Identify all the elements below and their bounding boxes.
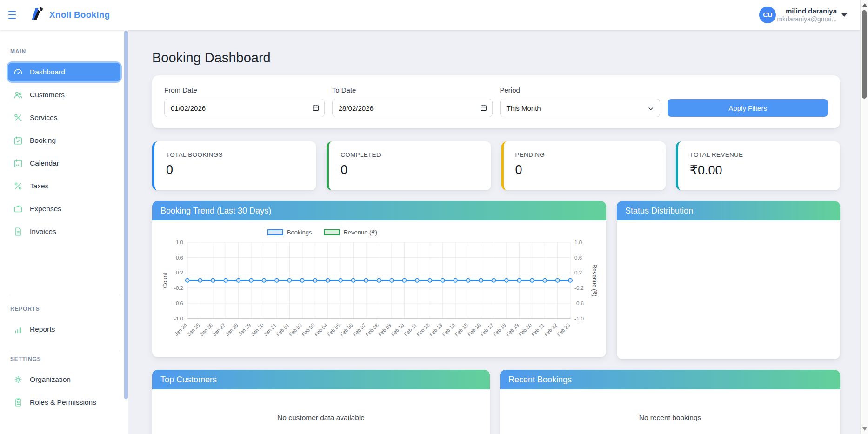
sidebar-item-calendar[interactable]: Calendar (7, 153, 122, 174)
user-email: mkdaraniya@gmai... (777, 15, 837, 23)
svg-text:Feb 09: Feb 09 (377, 322, 393, 338)
sidebar-item-organization[interactable]: Organization (7, 369, 122, 390)
status-distribution-panel: Status Distribution (617, 201, 840, 359)
legend-item[interactable]: Revenue (₹) (324, 229, 377, 236)
svg-text:Feb 19: Feb 19 (505, 322, 520, 338)
period-selected-value: This Month (507, 104, 541, 112)
stat-value: 0 (341, 163, 479, 177)
svg-text:Feb 15: Feb 15 (454, 322, 469, 338)
sidebar-item-label: Services (30, 114, 57, 122)
sidebar-item-label: Dashboard (30, 68, 65, 76)
sidebar-item-taxes[interactable]: Taxes (7, 175, 122, 197)
brand-name: Xnoll Booking (49, 10, 110, 20)
sidebar-item-reports[interactable]: Reports (7, 319, 122, 340)
sidebar-section-main: MAIN (10, 48, 128, 55)
wallet-icon (13, 204, 23, 214)
recent-bookings-empty-text: No recent bookings (500, 389, 840, 434)
svg-text:-0.2: -0.2 (574, 285, 584, 291)
svg-text:1.0: 1.0 (176, 240, 183, 245)
page-title: Booking Dashboard (152, 50, 840, 66)
sidebar-item-dashboard[interactable]: Dashboard (7, 61, 122, 83)
sidebar-section-settings: SETTINGS (10, 356, 128, 362)
stat-card-total-bookings: TOTAL BOOKINGS 0 (152, 141, 316, 190)
calendar-picker-icon[interactable] (480, 104, 487, 112)
calendar-picker-icon[interactable] (312, 104, 320, 112)
svg-text:Feb 04: Feb 04 (314, 322, 329, 338)
line-chart: 1.00.60.2-0.2-0.6-1.01.00.60.2-0.2-0.6-1… (161, 238, 597, 348)
top-customers-title: Top Customers (152, 370, 490, 389)
svg-text:Feb 22: Feb 22 (543, 322, 558, 338)
apply-filters-button[interactable]: Apply Filters (668, 99, 828, 117)
to-date-input[interactable] (332, 99, 493, 117)
booking-trend-title: Booking Trend (Last 30 Days) (152, 201, 606, 220)
sidebar-item-booking[interactable]: Booking (7, 130, 122, 151)
svg-text:Revenue (₹): Revenue (₹) (591, 264, 597, 297)
svg-text:Feb 08: Feb 08 (364, 322, 380, 338)
svg-text:Count: Count (162, 273, 168, 288)
legend-item[interactable]: Bookings (267, 229, 312, 236)
sidebar-item-expenses[interactable]: Expenses (7, 198, 122, 220)
svg-text:Jan 28: Jan 28 (224, 322, 239, 337)
stat-label: COMPLETED (341, 151, 479, 158)
from-date-label: From Date (164, 86, 325, 94)
charts-row: Booking Trend (Last 30 Days) BookingsRev… (152, 201, 840, 359)
svg-text:Feb 11: Feb 11 (403, 322, 418, 337)
hamburger-menu-icon[interactable] (8, 11, 19, 19)
scrollbar-up-arrow[interactable] (862, 3, 867, 7)
from-date-input[interactable] (164, 99, 325, 117)
recent-bookings-panel: Recent Bookings No recent bookings (500, 370, 840, 434)
svg-text:Jan 31: Jan 31 (263, 322, 278, 337)
sidebar-item-label: Customers (30, 91, 65, 99)
app-logo[interactable]: Xnoll Booking (29, 6, 110, 24)
svg-text:Feb 16: Feb 16 (467, 322, 482, 338)
svg-text:Jan 27: Jan 27 (212, 322, 227, 337)
user-text: milind daraniya mkdaraniya@gmai... (777, 7, 837, 23)
svg-text:Jan 29: Jan 29 (237, 322, 252, 337)
recent-bookings-title: Recent Bookings (500, 370, 840, 389)
sidebar-item-label: Calendar (30, 159, 59, 167)
sidebar-item-label: Taxes (30, 182, 49, 190)
svg-text:Jan 26: Jan 26 (199, 322, 214, 337)
user-menu[interactable]: CU milind daraniya mkdaraniya@gmai... (759, 7, 847, 23)
scrollbar-thumb[interactable] (862, 10, 867, 99)
svg-text:Feb 06: Feb 06 (339, 322, 354, 338)
stat-label: TOTAL BOOKINGS (166, 151, 305, 158)
app-root: Xnoll Booking CU milind daraniya mkdaran… (0, 0, 868, 434)
booking-trend-chart: BookingsRevenue (₹) 1.00.60.2-0.2-0.6-1.… (152, 220, 606, 357)
legend-label: Revenue (₹) (343, 229, 377, 236)
sidebar-item-invoices[interactable]: Invoices (7, 221, 122, 242)
calendar-icon (13, 158, 23, 168)
sidebar-scrollbar-thumb[interactable] (124, 31, 128, 399)
top-customers-panel: Top Customers No customer data available (152, 370, 490, 434)
users-icon (13, 90, 23, 100)
sidebar-item-roles-permissions[interactable]: Roles & Permissions (7, 392, 122, 413)
svg-text:Feb 17: Feb 17 (479, 322, 494, 338)
svg-text:-0.6: -0.6 (174, 300, 183, 306)
stat-card-total-revenue: TOTAL REVENUE ₹0.00 (676, 141, 840, 190)
svg-text:Feb 12: Feb 12 (415, 322, 431, 338)
svg-text:-0.6: -0.6 (574, 300, 584, 306)
main-content: Booking Dashboard From Date To Date (128, 30, 860, 434)
logo-icon (29, 6, 46, 24)
top-header: Xnoll Booking CU milind daraniya mkdaran… (0, 0, 860, 30)
gear-icon (13, 374, 23, 385)
period-select[interactable]: This Month (500, 99, 661, 117)
tools-icon (13, 113, 23, 123)
svg-text:Feb 05: Feb 05 (326, 322, 341, 338)
period-label: Period (500, 86, 661, 94)
svg-text:-1.0: -1.0 (574, 316, 584, 321)
page-scrollbar (860, 0, 868, 434)
sidebar-item-label: Booking (30, 136, 56, 145)
sidebar-item-label: Invoices (30, 227, 56, 236)
top-customers-empty-text: No customer data available (152, 389, 490, 434)
svg-text:-0.2: -0.2 (174, 285, 183, 291)
scrollbar-down-arrow[interactable] (862, 427, 867, 431)
bottom-row: Top Customers No customer data available… (152, 370, 840, 434)
sidebar-item-services[interactable]: Services (7, 107, 122, 128)
sidebar-item-customers[interactable]: Customers (7, 84, 122, 106)
sidebar-item-label: Reports (30, 325, 55, 334)
stat-value: 0 (515, 163, 654, 177)
svg-text:Jan 24: Jan 24 (174, 322, 188, 337)
chevron-down-icon (648, 105, 654, 111)
svg-text:Feb 07: Feb 07 (352, 322, 367, 338)
